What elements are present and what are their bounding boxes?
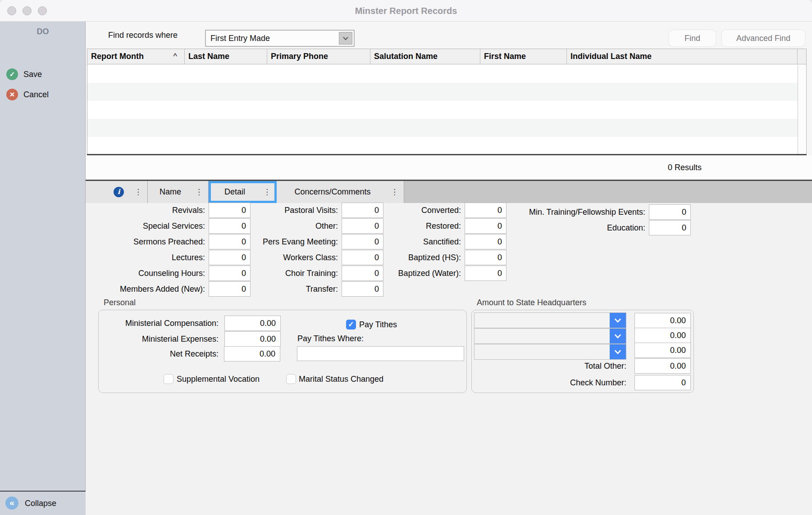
checkmark-icon: ✓	[348, 321, 354, 328]
results-table-body	[87, 65, 806, 156]
dropdown-arrow-button[interactable]	[339, 32, 352, 45]
field-input-workers-class[interactable]	[342, 250, 383, 265]
column-header-scroll-spacer	[798, 49, 806, 64]
field-label-ministerial-compensation: Ministerial Compensation:	[108, 316, 219, 331]
pay-tithes-checkbox[interactable]: ✓	[346, 320, 356, 330]
tab-concerns-comments[interactable]: Concerns/Comments ⋮	[277, 181, 404, 203]
field-input-net-receipts[interactable]	[224, 346, 280, 361]
field-input-min-training-fellowship-events[interactable]	[649, 204, 691, 220]
field-label-min-training-fellowship-events: Min. Training/Fellowship Events:	[507, 204, 645, 220]
menu-dots-icon[interactable]: ⋮	[134, 181, 142, 203]
cancel-button[interactable]: × Cancel	[0, 87, 86, 102]
menu-dots-icon[interactable]: ⋮	[263, 181, 271, 203]
check-number-input[interactable]	[634, 375, 691, 390]
state-hq-amount-input-1[interactable]	[634, 313, 691, 328]
column-header-report-month[interactable]: Report Month ^	[87, 49, 185, 64]
field-label-revivals: Revivals:	[95, 203, 205, 218]
marital-status-changed-checkbox[interactable]	[286, 374, 296, 384]
field-input-choir-training[interactable]	[342, 266, 383, 281]
save-button[interactable]: ✓ Save	[0, 67, 86, 82]
info-tab-segment[interactable]: i ⋮	[86, 181, 148, 203]
column-header-primary-phone[interactable]: Primary Phone	[267, 49, 370, 64]
field-input-sanctified[interactable]	[465, 234, 506, 249]
column-header-individual-last-name[interactable]: Individual Last Name	[567, 49, 798, 64]
field-input-ministerial-expenses[interactable]	[224, 331, 281, 347]
select-arrow-button[interactable]	[610, 344, 626, 359]
menu-dots-icon[interactable]: ⋮	[195, 181, 203, 203]
field-input-education[interactable]	[649, 220, 691, 235]
field-input-baptized-water[interactable]	[465, 266, 506, 281]
title-bar: Minster Report Records	[0, 0, 812, 22]
collapse-sidebar-button[interactable]: « Collapse	[0, 492, 86, 515]
state-hq-section-label: Amount to State Headquarters	[477, 298, 586, 307]
check-number-label: Check Number:	[518, 375, 626, 390]
field-input-ministerial-compensation[interactable]	[224, 316, 281, 331]
column-header-last-name[interactable]: Last Name	[185, 49, 267, 64]
advanced-find-button[interactable]: Advanced Find	[721, 30, 805, 47]
field-label-baptized-hs: Baptized (HS):	[381, 250, 461, 265]
collapse-chevrons-icon: «	[5, 497, 18, 510]
field-label-other: Other:	[241, 218, 338, 234]
field-label-pers-evang-meeting: Pers Evang Meeting:	[241, 234, 338, 249]
field-input-baptized-hs[interactable]	[465, 250, 506, 265]
state-hq-category-select-3[interactable]	[474, 344, 626, 360]
table-row	[87, 119, 806, 137]
state-hq-category-select-1[interactable]	[474, 312, 626, 328]
pay-tithes-where-input[interactable]	[297, 346, 464, 361]
field-label-restored: Restored:	[381, 218, 461, 234]
find-button[interactable]: Find	[669, 30, 716, 47]
find-field-dropdown[interactable]: First Entry Made	[205, 30, 355, 47]
results-table-header: Report Month ^ Last Name Primary Phone S…	[87, 49, 806, 64]
sidebar: DO ✓ Save × Cancel « Collapse	[0, 22, 86, 515]
field-label-special-services: Special Services:	[95, 218, 205, 234]
field-input-restored[interactable]	[465, 218, 506, 234]
tab-detail-label: Detail	[209, 181, 261, 203]
column-header-first-name[interactable]: First Name	[480, 49, 567, 64]
tab-concerns-comments-label: Concerns/Comments	[277, 181, 388, 203]
table-scrollbar[interactable]	[798, 65, 806, 156]
select-arrow-button[interactable]	[610, 313, 626, 328]
field-input-other[interactable]	[342, 218, 383, 234]
tab-detail[interactable]: Detail ⋮	[209, 181, 277, 203]
find-field-dropdown-value: First Entry Made	[210, 31, 270, 46]
field-label-workers-class: Workers Class:	[241, 250, 338, 265]
field-label-sermons-preached: Sermons Preached:	[95, 234, 205, 249]
sort-ascending-icon[interactable]: ^	[173, 49, 177, 64]
tab-name-label: Name	[148, 181, 193, 203]
personal-section-label: Personal	[104, 298, 136, 307]
results-count: 0 Results	[86, 155, 702, 180]
pay-tithes-label: Pay Tithes	[359, 317, 397, 332]
table-row	[87, 65, 806, 83]
state-hq-category-select-2[interactable]	[474, 328, 626, 344]
marital-status-changed-label: Marital Status Changed	[299, 371, 383, 387]
column-header-salutation-name[interactable]: Salutation Name	[370, 49, 480, 64]
collapse-label: Collapse	[25, 492, 56, 515]
supplemental-vocation-label: Supplemental Vocation	[177, 371, 260, 387]
state-hq-amount-input-3[interactable]	[634, 343, 691, 358]
field-label-ministerial-expenses: Ministerial Expenses:	[108, 331, 219, 347]
field-label-net-receipts: Net Receipts:	[108, 346, 219, 361]
results-table: Report Month ^ Last Name Primary Phone S…	[87, 49, 807, 155]
x-circle-icon: ×	[6, 89, 18, 100]
chevron-down-icon	[614, 350, 621, 354]
field-input-transfer[interactable]	[342, 281, 383, 297]
field-input-pastoral-visits[interactable]	[342, 203, 383, 218]
supplemental-vocation-checkbox[interactable]	[164, 374, 173, 384]
field-input-pers-evang-meeting[interactable]	[342, 234, 383, 249]
field-label-converted: Converted:	[381, 203, 461, 218]
select-arrow-button[interactable]	[610, 329, 626, 343]
field-label-pastoral-visits: Pastoral Visits:	[241, 203, 338, 218]
field-label-transfer: Transfer:	[241, 281, 338, 297]
table-row	[87, 137, 806, 155]
table-row	[87, 83, 806, 101]
field-label-choir-training: Choir Training:	[241, 266, 338, 281]
save-button-label: Save	[23, 67, 42, 82]
total-other-input[interactable]	[634, 358, 691, 374]
window-title: Minster Report Records	[0, 0, 812, 22]
field-input-converted[interactable]	[465, 203, 506, 218]
tab-name[interactable]: Name ⋮	[148, 181, 209, 203]
info-icon[interactable]: i	[114, 187, 124, 197]
chevron-down-icon	[614, 334, 621, 339]
menu-dots-icon[interactable]: ⋮	[391, 181, 398, 203]
state-hq-amount-input-2[interactable]	[634, 328, 691, 343]
